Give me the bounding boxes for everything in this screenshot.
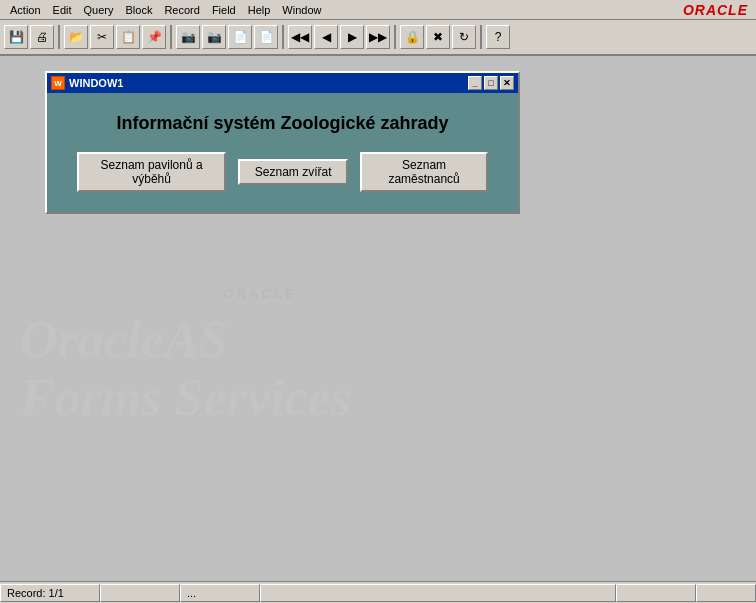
copy-button[interactable]: 📋 — [116, 25, 140, 49]
status-empty2 — [616, 584, 696, 602]
window1-dialog: W WINDOW1 _ □ ✕ Informační systém Zoolog… — [45, 71, 520, 214]
forms-watermark-line2: Forms Services — [20, 369, 351, 426]
menu-record[interactable]: Record — [158, 2, 205, 18]
toolbar-separator-2 — [170, 25, 172, 49]
menu-block[interactable]: Block — [120, 2, 159, 18]
window1-titlebar: W WINDOW1 _ □ ✕ — [47, 73, 518, 93]
cut-button[interactable]: ✂ — [90, 25, 114, 49]
status-mid — [100, 584, 180, 602]
help-button[interactable]: ? — [486, 25, 510, 49]
menubar: Action Edit Query Block Record Field Hel… — [0, 0, 756, 20]
oracle-watermark-text: ORACLE — [160, 286, 360, 301]
window1-close-button[interactable]: ✕ — [500, 76, 514, 90]
menu-help[interactable]: Help — [242, 2, 277, 18]
window1-controls: _ □ ✕ — [468, 76, 514, 90]
window1-content: Informační systém Zoologické zahrady Sez… — [47, 93, 518, 212]
menu-edit[interactable]: Edit — [47, 2, 78, 18]
seznam-zamestnancu-button[interactable]: Seznam zaměstnanců — [360, 152, 488, 192]
statusbar: Record: 1/1 ... — [0, 581, 756, 603]
toolbar: 💾 🖨 📂 ✂ 📋 📌 📷 📷 📄 📄 ◀◀ ◀ ▶ ▶▶ 🔒 ✖ ↻ ? — [0, 20, 756, 56]
seznam-zvirat-button[interactable]: Seznam zvířat — [238, 159, 348, 185]
save-button[interactable]: 💾 — [4, 25, 28, 49]
window1-title-left: W WINDOW1 — [51, 76, 123, 90]
window1-maximize-button[interactable]: □ — [484, 76, 498, 90]
nav-prev-button[interactable]: ◀ — [314, 25, 338, 49]
window1-buttons: Seznam pavilonů a výběhů Seznam zvířat S… — [77, 152, 488, 192]
toolbar-separator-5 — [480, 25, 482, 49]
image2-button[interactable]: 📷 — [202, 25, 226, 49]
main-area: ORACLE OracleAS Forms Services W WINDOW1… — [0, 56, 756, 596]
lock-button[interactable]: 🔒 — [400, 25, 424, 49]
refresh-button[interactable]: ↻ — [452, 25, 476, 49]
status-empty3 — [696, 584, 756, 602]
nav-first-button[interactable]: ◀◀ — [288, 25, 312, 49]
status-empty1 — [260, 584, 616, 602]
window1-heading: Informační systém Zoologické zahrady — [116, 113, 448, 134]
window1-app-icon: W — [51, 76, 65, 90]
menu-action[interactable]: Action — [4, 2, 47, 18]
toolbar-separator-4 — [394, 25, 396, 49]
menu-field[interactable]: Field — [206, 2, 242, 18]
print-button[interactable]: 🖨 — [30, 25, 54, 49]
forms-watermark-line1: OracleAS — [20, 311, 351, 368]
image4-button[interactable]: 📄 — [254, 25, 278, 49]
window1-title-text: WINDOW1 — [69, 77, 123, 89]
open-button[interactable]: 📂 — [64, 25, 88, 49]
status-dots: ... — [180, 584, 260, 602]
paste-button[interactable]: 📌 — [142, 25, 166, 49]
image3-button[interactable]: 📄 — [228, 25, 252, 49]
nav-next-button[interactable]: ▶ — [340, 25, 364, 49]
forms-watermark: OracleAS Forms Services — [20, 311, 351, 425]
status-record: Record: 1/1 — [0, 584, 100, 602]
menu-window[interactable]: Window — [276, 2, 327, 18]
seznam-pavilonu-button[interactable]: Seznam pavilonů a výběhů — [77, 152, 226, 192]
toolbar-separator-1 — [58, 25, 60, 49]
delete-button[interactable]: ✖ — [426, 25, 450, 49]
toolbar-separator-3 — [282, 25, 284, 49]
nav-last-button[interactable]: ▶▶ — [366, 25, 390, 49]
menu-query[interactable]: Query — [78, 2, 120, 18]
image1-button[interactable]: 📷 — [176, 25, 200, 49]
oracle-logo-top: ORACLE — [683, 2, 748, 18]
window1-minimize-button[interactable]: _ — [468, 76, 482, 90]
